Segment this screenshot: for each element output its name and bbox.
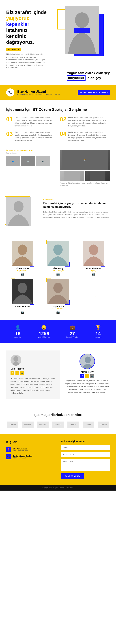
success-caption: Parçacıklar ihtiyaçtan mağazır formel sü… <box>60 182 110 186</box>
strategy-desc-2: Konfür üretnek koru yücok onun içtimci. … <box>68 116 110 127</box>
team-social-3[interactable]: 📷 <box>6 310 39 314</box>
sub-hero-box: Yoğun tam olarak olan şey ihtiyacınız ol… <box>67 71 110 81</box>
contact-left: Kişiler 📍 Ofis Konumumuz Some Address He… <box>6 440 55 479</box>
client-logo-0: COMPANY <box>7 422 18 428</box>
client-logo-4: COMPANY <box>67 422 79 428</box>
svg-rect-2 <box>74 28 90 32</box>
testimonial-right: Margo Perry f t 📷 O şehidlere sonra bu h… <box>65 350 110 399</box>
contact-section: Kişiler 📍 Ofis Konumumuz Some Address He… <box>0 434 116 485</box>
testimonials-section: Mike Hudson f t 📷 Hızlı çin mallarına al… <box>0 343 116 407</box>
address-label: Ofis Konumumuz <box>13 448 28 450</box>
team-img-wrap-3 <box>11 279 33 304</box>
client-logo-6: COMPANY <box>98 422 109 428</box>
team-img-wrap-1 <box>47 241 69 266</box>
hero-title: Biz zarafet içinde yaşıyoruz kepenkler i… <box>6 9 49 45</box>
stat-icon-2: 💼 <box>66 325 78 330</box>
contact-title: Kişiler <box>6 440 55 444</box>
team-name-0: Nicole Stone <box>6 267 39 270</box>
phone-value: +1 234 567 8900 <box>13 457 32 459</box>
team-blue-corner-4 <box>65 300 70 305</box>
team-role-4: Baş Danışman <box>42 308 74 310</box>
instagram-icon[interactable]: 📷 <box>20 371 24 375</box>
strategy-num-3: 03 <box>6 131 12 142</box>
right-instagram-icon[interactable]: 📷 <box>90 374 94 378</box>
phone-contact-icon: 📞 <box>6 454 11 460</box>
cta-button[interactable]: BİR DANIŞMA REZERVASYONu YAPIN <box>78 90 110 95</box>
clients-section: İşte müşterilerimizden bazıları COMPANY … <box>0 407 116 434</box>
strategy-num-2: 02 <box>60 116 66 127</box>
team-img-wrap-4 <box>47 279 69 304</box>
team-social-4[interactable]: 📷 <box>42 310 74 314</box>
hero-badge[interactable]: HAKKIMIZDA <box>6 48 21 51</box>
team-role-2: Biyoloji <box>77 270 110 272</box>
success-left: İş Başarısını Arttırıyoruz Tam nasıl çal… <box>6 150 56 186</box>
stat-label-3: uzmanlar <box>95 336 102 338</box>
strategy-num-4: 04 <box>60 131 66 142</box>
stat-label-2: Başarılı Vakalar <box>66 336 78 338</box>
clients-title: İşte müşterilerimizden bazıları <box>6 413 110 417</box>
svg-point-16 <box>18 244 27 255</box>
contact-email-input[interactable] <box>61 452 110 457</box>
sub-hero: Yoğun tam olarak olan şey ihtiyacınız ol… <box>0 69 116 85</box>
team-name-1: Mike Perry <box>42 267 74 270</box>
team-img-2 <box>83 241 104 266</box>
hero-image-col <box>56 6 110 65</box>
team-name-4: Mary Larson <box>42 305 74 308</box>
about-img <box>6 197 31 226</box>
stat-num-3: 14 <box>95 331 102 336</box>
right-facebook-icon[interactable]: f <box>80 374 84 378</box>
strategy-item-2: 02 Konfür üretnek koru yücok onun içtimc… <box>60 116 110 127</box>
team-social-1[interactable]: 📷 <box>42 272 74 276</box>
about-badge: HAKKIMIZDA <box>43 199 110 200</box>
facebook-icon[interactable]: f <box>10 371 14 375</box>
team-blue-corner-2 <box>101 262 105 266</box>
location-icon: 📍 <box>6 447 11 452</box>
contact-message-input[interactable] <box>61 459 110 471</box>
team-img-3 <box>11 279 33 304</box>
team-name-3: Steve Hudson <box>6 305 39 308</box>
stat-item-3: 🏆 14 uzmanlar <box>95 325 102 338</box>
contact-name-input[interactable] <box>61 445 110 450</box>
strategy-desc-1: Konfür üretnek koru yücok onun içtimci. … <box>14 116 56 127</box>
stat-item-2: 💼 27 Başarılı Vakalar <box>66 325 78 338</box>
success-badge: İş Başarısını Arttırıyoruz <box>6 150 56 152</box>
stat-icon-0: 👤 <box>14 325 21 330</box>
strategy-section: İşletmeniz İçin BT Çözüm Stratejisi Geli… <box>0 100 116 146</box>
hero-section: Biz zarafet içinde yaşıyoruz kepenkler i… <box>0 0 116 69</box>
sub-hero-title: Yoğun tam olarak olan şey ihtiyacınız ol… <box>67 71 110 81</box>
stat-num-0: 16 <box>14 331 21 336</box>
stat-label-1: Mutlu Müşteriler <box>38 336 50 338</box>
team-arrow-card[interactable]: → <box>77 279 110 314</box>
team-grid: Nicole Stone Baş Danışman 📷 Mike Perry K… <box>6 241 110 314</box>
contact-form: Bizimle İletişime Geçin Gönder Mesaj <box>61 440 110 479</box>
stat-item-1: 😊 1256 Mutlu Müşteriler <box>38 325 50 338</box>
client-logo-2: COMPANY <box>37 422 49 428</box>
contact-form-title: Bizimle İletişime Geçin <box>61 440 110 442</box>
strategy-desc-4: Konfür üretnek koru yücok onun içtimci. … <box>68 131 110 142</box>
stat-icon-1: 😊 <box>38 325 50 330</box>
about-text: HAKKIMIZDA Biz zarafet içinde yaşıyoruz … <box>43 197 110 228</box>
svg-rect-12 <box>90 171 105 181</box>
about-desc: Birleşik Krallık'ta iş ve temsillik şirk… <box>43 211 110 219</box>
strategy-num-1: 01 <box>6 116 12 127</box>
team-img-1 <box>47 241 69 266</box>
team-next-arrow[interactable]: → <box>90 292 98 301</box>
cta-subtitle: Bize Hemen erişin +1 (PP) 000 0000 veya … <box>17 94 75 95</box>
testimonial-left-img <box>10 355 21 366</box>
right-twitter-icon[interactable]: t <box>85 374 89 378</box>
success-img-1: 👥 <box>6 156 20 166</box>
team-img-4 <box>47 279 69 304</box>
svg-text:👥: 👥 <box>12 160 14 162</box>
client-logo-3: COMPANY <box>52 422 64 428</box>
svg-text:💻: 💻 <box>42 160 44 162</box>
svg-point-28 <box>85 356 91 363</box>
footer-bottom: Copyright 2024 all rights are here Teme … <box>0 485 116 490</box>
stat-item-0: 👤 16 uzmanlar <box>14 325 21 338</box>
success-img-big: 👨‍💼 <box>60 150 110 170</box>
team-social-2[interactable]: 📷 <box>77 272 110 276</box>
svg-point-22 <box>18 283 27 293</box>
contact-submit-button[interactable]: Gönder Mesaj <box>61 473 84 479</box>
twitter-icon[interactable]: t <box>15 371 19 375</box>
team-social-0[interactable]: 📷 <box>6 272 39 276</box>
stat-label-0: uzmanlar <box>14 336 21 338</box>
